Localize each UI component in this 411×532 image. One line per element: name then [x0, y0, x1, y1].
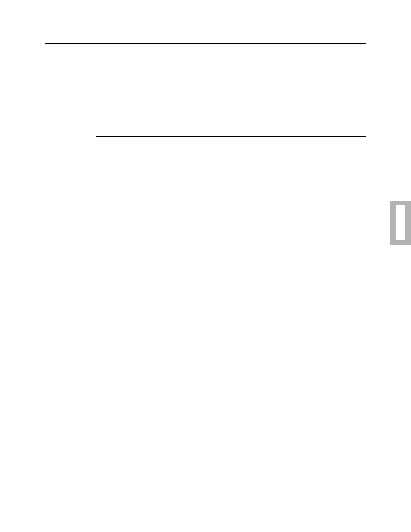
divider-mid-2: [96, 348, 366, 348]
page-content: [45, 43, 366, 348]
side-tab-inner: [396, 205, 405, 240]
side-tab: [390, 201, 411, 245]
